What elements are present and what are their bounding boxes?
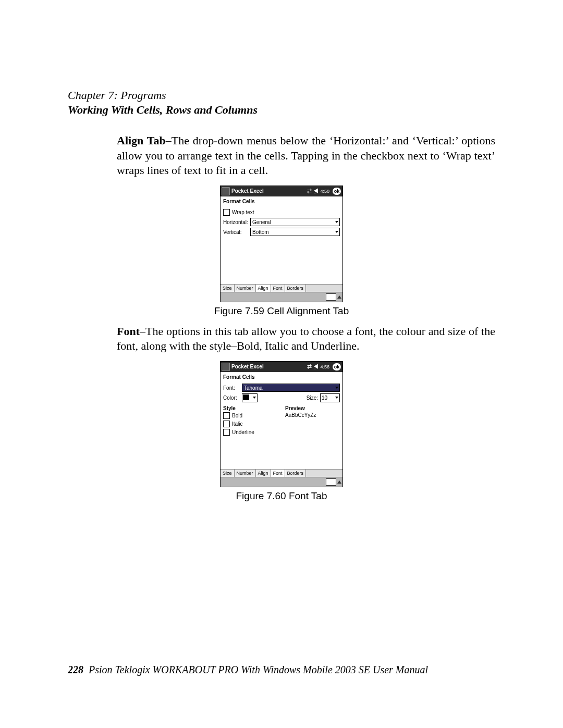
font-body: –The options in this tab allow you to ch… xyxy=(117,325,495,353)
status-area: ⇄ ◀ׅ 4:50 ok xyxy=(307,188,341,195)
sip-up-icon[interactable] xyxy=(337,295,341,299)
app-title: Pocket Excel xyxy=(231,364,307,369)
wrap-text-label: Wrap text xyxy=(232,209,254,215)
figure-caption-align: Figure 7.59 Cell Alignment Tab xyxy=(68,305,495,317)
tab-size[interactable]: Size xyxy=(221,285,235,292)
app-title: Pocket Excel xyxy=(231,188,307,194)
page-footer: 228Psion Teklogix WORKABOUT PRO With Win… xyxy=(68,664,428,676)
titlebar: Pocket Excel ⇄ ◀ׅ 4:56 ok xyxy=(221,362,342,372)
italic-label: Italic xyxy=(232,421,243,427)
tab-size[interactable]: Size xyxy=(221,470,235,477)
speaker-icon: ◀ׅ xyxy=(313,364,319,369)
sip-bar xyxy=(221,477,342,487)
italic-checkbox[interactable] xyxy=(223,421,230,427)
underline-label: Underline xyxy=(232,429,254,435)
figure-caption-font: Figure 7.60 Font Tab xyxy=(68,490,495,502)
start-icon[interactable] xyxy=(222,363,230,371)
tab-borders[interactable]: Borders xyxy=(285,470,307,477)
clock: 4:56 xyxy=(320,364,329,369)
tab-font[interactable]: Font xyxy=(271,285,285,292)
font-tab-paragraph: Font–The options in this tab allow you t… xyxy=(68,324,495,354)
underline-checkbox[interactable] xyxy=(223,429,230,436)
tab-align[interactable]: Align xyxy=(256,285,271,292)
connectivity-icon: ⇄ xyxy=(307,188,312,194)
screenshot-align-tab: Pocket Excel ⇄ ◀ׅ 4:50 ok Format Cells W… xyxy=(220,186,343,302)
titlebar: Pocket Excel ⇄ ◀ׅ 4:50 ok xyxy=(221,186,342,196)
speaker-icon: ◀ׅ xyxy=(313,188,319,194)
font-label: Font: xyxy=(223,385,242,391)
tab-number[interactable]: Number xyxy=(235,470,256,477)
keyboard-icon[interactable] xyxy=(326,478,336,486)
vertical-label: Vertical: xyxy=(223,229,250,235)
start-icon[interactable] xyxy=(222,187,230,195)
size-dropdown[interactable]: 10 xyxy=(320,393,340,402)
align-body: –The drop-down menus below the ‘Horizont… xyxy=(117,134,495,177)
page-number: 228 xyxy=(68,664,83,675)
dialog-body: Wrap text Horizontal: General Vertical: … xyxy=(221,206,342,284)
footer-text: Psion Teklogix WORKABOUT PRO With Window… xyxy=(89,664,428,675)
section-heading: Working With Cells, Rows and Columns xyxy=(68,103,495,117)
tab-strip: Size Number Align Font Borders xyxy=(221,469,342,477)
status-area: ⇄ ◀ׅ 4:56 ok xyxy=(307,363,341,371)
color-dropdown[interactable] xyxy=(242,393,258,402)
tab-borders[interactable]: Borders xyxy=(285,285,307,292)
color-label: Color: xyxy=(223,395,242,401)
ok-button[interactable]: ok xyxy=(333,363,341,371)
dialog-body: Font: Tahoma Color: Size: 10 Style Bold … xyxy=(221,381,342,469)
color-swatch xyxy=(243,394,249,400)
dialog-title: Format Cells xyxy=(221,372,342,381)
clock: 4:50 xyxy=(320,189,329,194)
style-preview-row: Style Bold Italic Underline Preview AaBb… xyxy=(223,403,340,437)
tab-align[interactable]: Align xyxy=(256,470,271,477)
vertical-dropdown[interactable]: Bottom xyxy=(250,228,340,236)
tab-font[interactable]: Font xyxy=(271,470,285,477)
dialog-title: Format Cells xyxy=(221,196,342,206)
preview-heading: Preview xyxy=(285,405,340,411)
chapter-heading: Chapter 7: Programs xyxy=(68,89,495,102)
size-label: Size: xyxy=(307,395,318,401)
align-tab-paragraph: Align Tab–The drop-down menus below the … xyxy=(68,133,495,178)
align-lead: Align Tab xyxy=(117,134,166,147)
horizontal-label: Horizontal: xyxy=(223,219,250,225)
tab-strip: Size Number Align Font Borders xyxy=(221,284,342,292)
horizontal-dropdown[interactable]: General xyxy=(250,218,340,226)
font-lead: Font xyxy=(117,325,140,338)
screenshot-font-tab: Pocket Excel ⇄ ◀ׅ 4:56 ok Format Cells F… xyxy=(220,361,343,487)
bold-label: Bold xyxy=(232,413,242,418)
ok-button[interactable]: ok xyxy=(333,188,341,195)
manual-page: Chapter 7: Programs Working With Cells, … xyxy=(0,0,563,728)
tab-number[interactable]: Number xyxy=(235,285,256,292)
sip-up-icon[interactable] xyxy=(337,480,341,484)
wrap-text-row: Wrap text xyxy=(223,208,340,217)
wrap-text-checkbox[interactable] xyxy=(223,209,230,216)
bold-checkbox[interactable] xyxy=(223,412,230,419)
sip-bar xyxy=(221,292,342,302)
style-heading: Style xyxy=(223,405,278,411)
keyboard-icon[interactable] xyxy=(326,293,336,301)
connectivity-icon: ⇄ xyxy=(307,364,312,369)
preview-sample: AaBbCcYyZz xyxy=(285,412,340,418)
font-dropdown[interactable]: Tahoma xyxy=(242,384,340,392)
